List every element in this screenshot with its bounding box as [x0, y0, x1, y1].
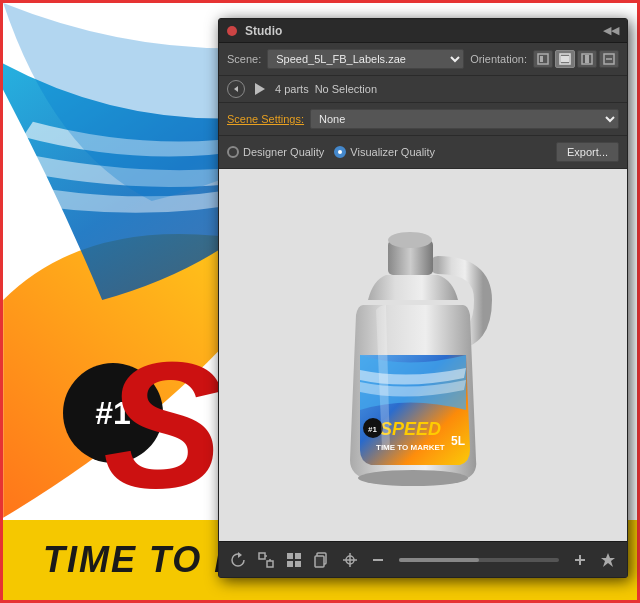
parts-count: 4 parts	[275, 83, 309, 95]
svg-marker-9	[234, 86, 238, 92]
svg-rect-4	[561, 56, 569, 62]
orient-btn-4[interactable]	[599, 50, 619, 68]
scene-settings-dropdown[interactable]: None	[310, 109, 619, 129]
scene-settings-link[interactable]: Scene Settings:	[227, 113, 304, 125]
svg-text:#1: #1	[368, 425, 377, 434]
grid-button[interactable]	[283, 549, 305, 571]
preview-area: SPEED TIME TO MARKET #1 5L	[219, 169, 627, 541]
parts-row: 4 parts No Selection	[219, 76, 627, 103]
svg-rect-23	[287, 553, 293, 559]
svg-rect-26	[295, 561, 301, 567]
back-button[interactable]	[227, 80, 245, 98]
svg-rect-19	[259, 553, 265, 559]
svg-rect-25	[287, 561, 293, 567]
designer-quality-label: Designer Quality	[243, 146, 324, 158]
no-selection-text: No Selection	[315, 83, 377, 95]
svg-rect-24	[295, 553, 301, 559]
zoom-slider[interactable]	[399, 558, 559, 562]
designer-quality-radio[interactable]: Designer Quality	[227, 146, 324, 158]
scene-row: Scene: Speed_5L_FB_Labels.zae Orientatio…	[219, 43, 627, 76]
play-icon	[255, 83, 265, 95]
speed-letter-s: S	[103, 335, 223, 515]
designer-radio-button[interactable]	[227, 146, 239, 158]
fit-button[interactable]	[255, 549, 277, 571]
visualizer-quality-radio[interactable]: Visualizer Quality	[334, 146, 435, 158]
bottle-3d: SPEED TIME TO MARKET #1 5L	[308, 210, 538, 500]
scene-settings-row: Scene Settings: None	[219, 103, 627, 136]
svg-text:5L: 5L	[451, 434, 465, 448]
svg-rect-20	[267, 561, 273, 567]
copy-button[interactable]	[311, 549, 333, 571]
orientation-buttons	[533, 50, 619, 68]
orient-btn-3[interactable]	[577, 50, 597, 68]
crosshair-button[interactable]	[339, 549, 361, 571]
svg-rect-28	[315, 556, 324, 567]
orientation-label: Orientation:	[470, 53, 527, 65]
scene-dropdown[interactable]: Speed_5L_FB_Labels.zae	[267, 49, 464, 69]
panel-title: Studio	[245, 24, 282, 38]
panel-bottom-toolbar	[219, 541, 627, 577]
quality-row: Designer Quality Visualizer Quality Expo…	[219, 136, 627, 169]
svg-marker-35	[601, 553, 615, 567]
svg-point-17	[358, 470, 468, 486]
orient-btn-2[interactable]	[555, 50, 575, 68]
play-button[interactable]	[251, 80, 269, 98]
panel-collapse-icon[interactable]: ◀◀	[603, 24, 619, 37]
scene-label: Scene:	[227, 53, 261, 65]
panel-close-button[interactable]	[227, 26, 237, 36]
zoom-out-button[interactable]	[367, 549, 389, 571]
studio-panel: Studio ◀◀ Scene: Speed_5L_FB_Labels.zae …	[218, 18, 628, 578]
settings-button[interactable]	[597, 549, 619, 571]
svg-rect-6	[585, 55, 589, 63]
visualizer-radio-button[interactable]	[334, 146, 346, 158]
export-button[interactable]: Export...	[556, 142, 619, 162]
svg-marker-18	[238, 552, 242, 558]
zoom-in-button[interactable]	[569, 549, 591, 571]
refresh-button[interactable]	[227, 549, 249, 571]
orient-btn-1[interactable]	[533, 50, 553, 68]
svg-rect-2	[540, 56, 543, 62]
panel-titlebar: Studio ◀◀	[219, 19, 627, 43]
visualizer-quality-label: Visualizer Quality	[350, 146, 435, 158]
svg-point-11	[388, 232, 432, 248]
